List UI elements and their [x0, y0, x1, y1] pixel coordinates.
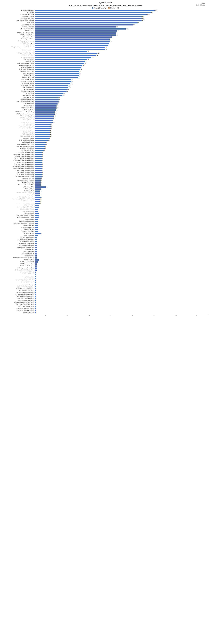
- bar-value: 16: [51, 124, 52, 125]
- bar-track: [35, 304, 208, 305]
- table-row: 2009 Turkmenistan Manat15: [3, 135, 208, 137]
- bar-label: 1948 Hungarian Pengoe: [3, 107, 35, 108]
- bar-track: [35, 249, 208, 250]
- bar-label: 1947 Rumanian Short Lira: [3, 34, 35, 36]
- bar-label: 1867 Third Mongol Issue: [3, 56, 35, 58]
- bar-track: [35, 210, 208, 212]
- bar-label: 1939 North Korea People's Won: [3, 144, 35, 145]
- bar-value: 46: [81, 69, 82, 70]
- bar-track: 82: [35, 32, 208, 34]
- bar-fill: [35, 87, 68, 88]
- bar-label: 1970 Laos Liberation Kip: [3, 227, 35, 228]
- bar-track: 63: [35, 52, 208, 54]
- bar-track: 20: [35, 113, 208, 115]
- bar-label: 1782 Georgia Continental Shilling: [3, 172, 35, 174]
- bar-label: 1902 Portuguese Escudo: [3, 26, 35, 28]
- bar-fill: [35, 162, 42, 163]
- bar-fill: [35, 59, 87, 60]
- bar-value: 83: [117, 30, 119, 32]
- bar-value: 11: [46, 142, 47, 143]
- table-row: 1872 Haiti New Paper Gourde: [3, 243, 208, 245]
- bar-label: 1988 Yugoslav Hard Dinar: [3, 99, 35, 100]
- x-tick: 125: [143, 314, 165, 316]
- bar-fill: [35, 22, 138, 24]
- table-row: 1862 Chinese Paper Tael9: [3, 150, 208, 152]
- table-row: 1905 Tunisian Franc33: [3, 89, 208, 90]
- bar-track: [35, 290, 208, 291]
- table-row: 1339 Ruan Tse29: [3, 93, 208, 95]
- bar-fill: [35, 190, 40, 192]
- bar-fill: [35, 69, 80, 70]
- bar-label: 1965 Indonesia New Rupiah: [3, 128, 35, 129]
- bar-track: 19: [35, 115, 208, 117]
- bar-fill: [35, 284, 36, 285]
- bar-label: 1872 Haiti New Paper Gourde: [3, 243, 35, 244]
- bar-track: 57: [35, 56, 208, 58]
- bar-label: 1752 Romanian New Leu: [3, 200, 35, 202]
- bar-label: 1991 Angola Kwanza Reajustado: [3, 206, 35, 208]
- bar-label: 1914 German Mark: [3, 58, 35, 60]
- table-row: 1994 Mozambique Mil Reis34: [3, 85, 208, 86]
- bar-track: 5: [35, 200, 208, 202]
- bar-track: 24: [35, 97, 208, 98]
- bar-fill: [35, 312, 36, 313]
- bar-fill: [35, 186, 46, 188]
- bar-label: 2000 Transnistrian Kupon Ruble: [3, 196, 35, 198]
- bar-fill: [35, 223, 38, 224]
- bar-track: 36: [35, 83, 208, 84]
- bar-label: 1450 Great Ming Precious Notes: [3, 32, 35, 34]
- chart-title: Hyper is Death: 152 Currencies That Have…: [3, 2, 208, 7]
- bar-track: [35, 245, 208, 246]
- bar-value: 50: [85, 63, 86, 64]
- bar-value: 20: [55, 111, 56, 112]
- bar-label: 1999 Moldovan Leu Cupon: [3, 272, 35, 273]
- bar-track: 18: [35, 120, 208, 121]
- bar-fill: [35, 304, 36, 305]
- bar-label: 2008 Azerbaijan Manat: [3, 142, 35, 143]
- bar-value: 16: [51, 128, 52, 129]
- bar-label: 1991 Bulgarian Lev: [3, 44, 35, 46]
- bar-label: 1822 Brazil Reis: [3, 61, 35, 62]
- bar-track: 22: [35, 107, 208, 109]
- bar-track: [35, 257, 208, 259]
- bar-track: 47: [35, 67, 208, 68]
- bar-fill: [35, 14, 147, 15]
- bar-label: 1783 New Jersey Continental Shilling: [3, 164, 35, 165]
- bar-track: 14: [35, 138, 208, 139]
- bar-track: [35, 261, 208, 263]
- bar-fill: [35, 241, 37, 242]
- bar-label: 1783 Virginia Continental Shilling: [3, 152, 35, 153]
- bar-label: 1994 Turkmen Manat: [3, 284, 35, 285]
- bar-fill: [35, 114, 55, 115]
- bar-label: 1991 Peru Inti: [3, 194, 35, 196]
- table-row: 2001 Transnistrian Ruble (8mo): [3, 285, 208, 287]
- bar-value: 5: [40, 192, 41, 194]
- bar-track: 34: [35, 87, 208, 88]
- bar-fill: [35, 136, 50, 137]
- bar-label: 1995 Japan Silver Masterns (8mo): [3, 288, 35, 289]
- bar-fill: [35, 18, 142, 20]
- bar-value: 22: [57, 107, 58, 108]
- table-row: 1272 First Mongol Issue36: [3, 83, 208, 84]
- table-row: 1791 French Livre6: [3, 188, 208, 190]
- bar-track: 6: [35, 233, 208, 234]
- bar-label: 1882 Mexico Silver Peso: [3, 10, 35, 11]
- x-tick: 0: [35, 314, 57, 316]
- bar-track: 23: [35, 103, 208, 105]
- bar-fill: [35, 196, 41, 198]
- table-row: 1783 Rhode Island Continental Shilling7: [3, 156, 208, 158]
- table-row: 1994 Brazil Cruzeiro Real: [3, 281, 208, 283]
- bar-track: 78: [35, 36, 208, 38]
- bar-track: [35, 219, 208, 220]
- bar-fill: [35, 12, 151, 13]
- bar-fill: [35, 16, 142, 17]
- bar-fill: [35, 65, 82, 66]
- bar-label: 1783 Rhode Island Continental Shilling: [3, 156, 35, 157]
- bar-track: [35, 265, 208, 267]
- bar-track: [35, 206, 208, 208]
- bar-value: 82: [116, 32, 118, 34]
- bar-fill: [35, 89, 68, 90]
- table-row: 1998 Zimbabwe New Zaire: [3, 208, 208, 210]
- bar-fill: [35, 300, 36, 301]
- bar-label: 1995 Georgia Kupon Lari: [3, 253, 35, 254]
